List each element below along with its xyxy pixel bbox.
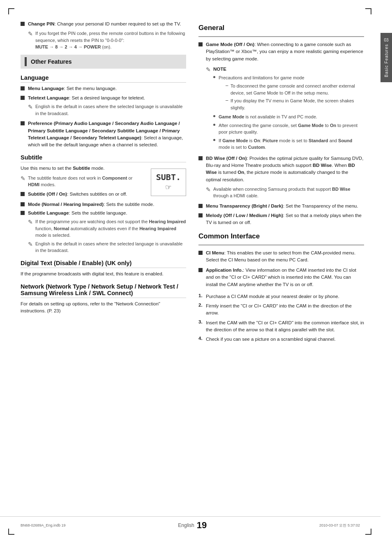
note-pencil-icon-5: ✎ [28,241,33,247]
right-column: General Game Mode (Off / On): When conne… [198,21,364,522]
note-dash1-item: – To disconnect the game console and con… [226,83,364,96]
bullet-icon [198,213,203,217]
hand-cursor-icon: ☞ [156,182,181,192]
bd-wise-note-text: Available when connecting Samsung produc… [213,186,364,199]
common-interface-header: Common Interface [198,232,364,242]
bullet-dot-icon-2 [213,115,215,117]
teletext-label: Teletext Language [28,95,69,100]
note-pencil-icon-3: ✎ [21,175,25,182]
subtitle-note3: ✎ English is the default in cases where … [21,240,186,254]
subtitle-note3-text: English is the default in cases where th… [35,240,186,254]
step-4: 4. Check if you can see a picture on a s… [198,336,364,343]
ci-menu-item: CI Menu: This enables the user to select… [198,250,364,264]
step-1-num: 1. [198,293,206,298]
digital-text-body: If the programme broadcasts with digital… [21,270,186,277]
subtitle-intro: Use this menu to set the Subtitle mode. [21,165,143,172]
note-if-game-text: If Game Mode is On: Picture mode is set … [219,137,364,151]
subt-label: SUBT. [156,172,181,182]
bullet-icon [21,121,25,125]
step-3-text: Insert the CAM with the "CI or CI+ CARD"… [206,319,364,334]
subtitle-off-text: Subtitle (Off / On): Switches subtitles … [28,191,127,198]
step-2: 2. Firmly insert the "CI or CI+ CARD" in… [198,303,364,317]
mode-item: Mode (Normal / Hearing Impaired): Sets t… [21,201,186,208]
chapter-title: Basic Features [384,44,389,77]
chapter-number: 03 [384,38,388,42]
ci-divider [198,245,364,245]
note-dash2: – If you display the TV menu in Game Mod… [213,97,364,111]
note-precautions-text: Precautions and limitations for game mod… [219,74,304,81]
step-3: 3. Insert the CAM with the "CI or CI+ CA… [198,319,364,334]
teletext-note-row: ✎ English is the default in cases where … [28,103,186,117]
corner-mark-tr [365,8,371,14]
subtitle-note2-text: If the programme you are watching does n… [35,218,186,239]
bullet-icon [198,42,203,46]
bullet-icon [21,192,25,196]
step-4-num: 4. [198,336,206,341]
note-after-connecting: After connecting the game console, set G… [213,122,364,136]
change-pin-item: Change PIN: Change your personal ID numb… [21,21,186,28]
general-divider [198,36,364,37]
bullet-icon [21,202,25,206]
chapter-tab: 03 Basic Features [380,33,392,82]
teletext-note: ✎ English is the default in cases where … [21,103,186,117]
other-features-header: Other Features [21,55,186,69]
subt-box-container: SUBT. ☞ [147,167,186,196]
bullet-icon [198,156,203,160]
teletext-language-item: Teletext Language: Set a desired languag… [21,95,186,102]
preference-text: Preference (Primary Audio Language / Sec… [28,120,186,148]
subtitle-note1: ✎ The subtitle feature does not work in … [21,175,143,188]
note-after-text: After connecting the game console, set G… [219,122,364,136]
menu-transparency-text: Menu Transparency (Bright / Dark): Set t… [206,203,358,210]
melody-text: Melody (Off / Low / Medium / High): Set … [206,212,364,226]
bd-wise-text: BD Wise (Off / On): Provides the optimal… [206,155,364,183]
language-section-header: Language [21,74,186,83]
melody-item: Melody (Off / Low / Medium / High): Set … [198,212,364,226]
bullet-dot-icon-4 [213,139,215,141]
change-pin-note-text: If you forget the PIN code, press the re… [35,30,186,51]
teletext-language-text: Teletext Language: Set a desired languag… [28,95,145,102]
note-pencil-icon-7: ✎ [206,186,211,193]
note-game-mode-text: Game Mode is not available in TV and PC … [219,113,317,120]
corner-mark-tl [8,8,14,14]
step-1-text: Purchase a CI CAM module at your nearest… [206,293,339,300]
change-pin-note: ✎ If you forget the PIN code, press the … [21,30,186,51]
game-mode-note-block: ✎ NOTE Precautions and limitations for g… [198,66,364,151]
page-number-block: English 19 [178,520,207,531]
note-pencil-icon: ✎ [28,30,33,37]
game-mode-item: Game Mode (Off / On): When connecting to… [198,41,364,62]
network-section-header: Network (Network Type / Network Setup / … [21,283,186,298]
subt-display: SUBT. ☞ [151,169,186,196]
note-dash1-text: To disconnect the game console and conne… [231,83,364,96]
subtitle-lang-item: Subtitle Language: Sets the subtitle lan… [21,210,186,217]
change-pin-label: Change PIN [28,21,55,26]
teletext-note-text: English is the default in cases where th… [35,103,186,117]
english-label: English [178,522,194,528]
menu-language-text: Menu Language: Set the menu language. [28,85,117,92]
note-title: NOTE [213,67,226,72]
bullet-square-icon [21,22,25,26]
subtitle-note1-text: The subtitle feature does not work in Co… [28,175,143,188]
step-2-num: 2. [198,303,206,307]
bullet-icon [21,211,25,215]
page-number: 19 [197,520,207,531]
mode-text: Mode (Normal / Hearing Impaired): Sets t… [28,201,154,208]
note-header: ✎ NOTE [206,66,364,73]
bullet-icon [21,96,25,100]
menu-transparency-item: Menu Transparency (Bright / Dark): Set t… [198,203,364,210]
step-2-text: Firmly insert the "CI or CI+ CARD" into … [206,303,364,317]
note-items: Precautions and limitations for game mod… [206,74,364,151]
preference-item: Preference (Primary Audio Language / Sec… [21,120,186,148]
bullet-dot-icon [213,76,215,78]
pin-code-strong: MUTE → 8 → 2 → 4 → POWER [35,44,101,49]
left-column: Change PIN: Change your personal ID numb… [21,21,186,522]
bullet-icon [198,268,203,272]
game-mode-text: Game Mode (Off / On): When connecting to… [206,41,364,62]
menu-language-item: Menu Language: Set the menu language. [21,85,186,92]
change-pin-note-row: ✎ If you forget the PIN code, press the … [28,30,186,51]
menu-language-label: Menu Language [28,86,64,91]
footer-timestamp: 2010-03-07 오전 5:37:02 [319,523,360,528]
subtitle-note3-row: ✎ English is the default in cases where … [28,240,186,254]
note-pencil-icon-4: ✎ [28,219,33,225]
bullet-dot-icon-3 [213,124,215,126]
bd-wise-note: ✎ Available when connecting Samsung prod… [198,186,364,199]
